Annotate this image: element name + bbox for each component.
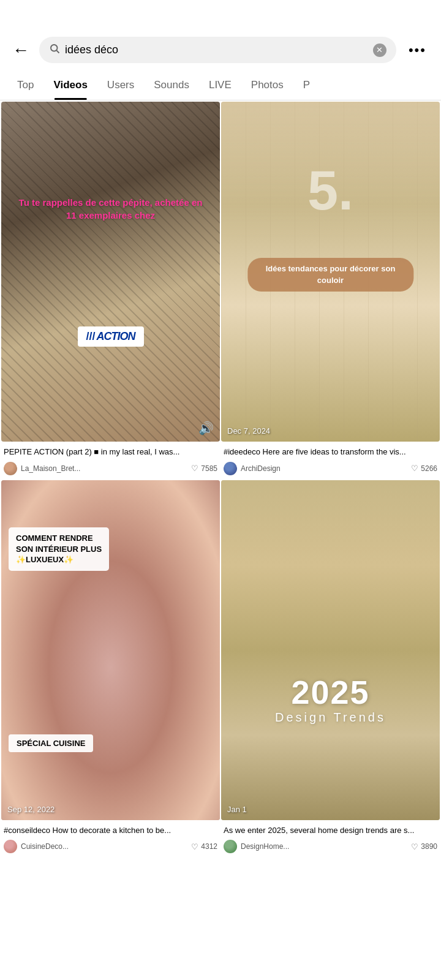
date-badge-4: Jan 1 <box>227 805 247 814</box>
avatar-1 <box>4 462 17 475</box>
white-box-text: COMMENT RENDRESON INTÉRIEUR PLUS✨LUXUEUX… <box>16 533 102 565</box>
search-bar[interactable]: idées déco ✕ <box>39 37 396 63</box>
design-trends-overlay: 2025 Design Trends <box>221 674 440 725</box>
video-title-1: PEPITE ACTION (part 2) ■ in my last real… <box>4 447 217 458</box>
video-grid: Tu te rappelles de cette pépite, achetée… <box>0 100 441 858</box>
heart-icon-3: ♡ <box>191 842 198 851</box>
top-bar: ← idées déco ✕ ••• <box>0 0 441 70</box>
avatar-4 <box>224 840 237 853</box>
heart-icon-4: ♡ <box>411 842 418 851</box>
like-count-1: ♡ 7585 <box>191 464 217 473</box>
search-icon <box>49 43 60 57</box>
svg-line-1 <box>56 50 59 53</box>
tab-videos[interactable]: Videos <box>43 70 97 100</box>
author-name-1: La_Maison_Bret... <box>21 464 187 473</box>
like-count-2: ♡ 5266 <box>411 464 437 473</box>
white-box-overlay: COMMENT RENDRESON INTÉRIEUR PLUS✨LUXUEUX… <box>9 527 109 571</box>
video-info-2: #ideedeco Here are five ideas to transfo… <box>221 442 440 478</box>
video-info-3: #conseildeco How to decorate a kitchen t… <box>1 820 220 857</box>
avatar-3 <box>4 840 17 853</box>
likes-number-4: 3890 <box>421 842 437 851</box>
heart-icon-2: ♡ <box>411 464 418 473</box>
author-name-2: ArchiDesign <box>241 464 407 473</box>
likes-number-1: 7585 <box>201 464 217 473</box>
video-meta-4: DesignHome... ♡ 3890 <box>224 840 437 853</box>
video-meta-2: ArchiDesign ♡ 5266 <box>224 462 437 475</box>
video-card-3[interactable]: COMMENT RENDRESON INTÉRIEUR PLUS✨LUXUEUX… <box>1 480 220 858</box>
like-count-3: ♡ 4312 <box>191 842 217 851</box>
video-thumbnail-2: 5. Idées tendances pour décorer son coul… <box>221 102 440 442</box>
action-logo: ///ACTION <box>77 326 143 347</box>
author-name-4: DesignHome... <box>241 842 407 851</box>
video-thumbnail-1: Tu te rappelles de cette pépite, achetée… <box>1 102 220 442</box>
svg-point-0 <box>51 45 58 51</box>
video-card-1[interactable]: Tu te rappelles de cette pépite, achetée… <box>1 102 220 479</box>
like-count-4: ♡ 3890 <box>411 842 437 851</box>
clear-button[interactable]: ✕ <box>373 43 386 57</box>
avatar-2 <box>224 462 237 475</box>
search-query[interactable]: idées déco <box>65 43 368 56</box>
more-options-button[interactable]: ••• <box>404 40 431 61</box>
tab-bar: Top Videos Users Sounds LIVE Photos P <box>0 70 441 100</box>
tab-live[interactable]: LIVE <box>199 70 241 100</box>
video-meta-3: CuisineDeco... ♡ 4312 <box>4 840 217 853</box>
video-card-4[interactable]: 2025 Design Trends Jan 1 As we enter 202… <box>221 480 440 858</box>
tab-sounds[interactable]: Sounds <box>144 70 199 100</box>
video-info-4: As we enter 2025, several home design tr… <box>221 820 440 857</box>
video-title-4: As we enter 2025, several home design tr… <box>224 825 437 836</box>
video-meta-1: La_Maison_Bret... ♡ 7585 <box>4 462 217 475</box>
likes-number-3: 4312 <box>201 842 217 851</box>
back-button[interactable]: ← <box>10 38 32 62</box>
video-title-2: #ideedeco Here are five ideas to transfo… <box>224 447 437 458</box>
date-badge-3: Sep 12, 2022 <box>7 805 55 814</box>
video-thumbnail-4: 2025 Design Trends Jan 1 <box>221 480 440 820</box>
pill-overlay: Idées tendances pour décorer son couloir <box>247 258 413 291</box>
author-name-3: CuisineDeco... <box>21 842 187 851</box>
number-overlay: 5. <box>221 163 440 218</box>
video-thumbnail-3: COMMENT RENDRESON INTÉRIEUR PLUS✨LUXUEUX… <box>1 480 220 820</box>
tab-users[interactable]: Users <box>97 70 144 100</box>
tab-top[interactable]: Top <box>7 70 43 100</box>
video-card-2[interactable]: 5. Idées tendances pour décorer son coul… <box>221 102 440 479</box>
likes-number-2: 5266 <box>421 464 437 473</box>
tab-more[interactable]: P <box>293 70 320 100</box>
special-text: SPÉCIAL CUISINE <box>17 739 85 748</box>
date-badge-2: Dec 7, 2024 <box>227 426 270 435</box>
sound-icon: 🔊 <box>198 421 214 435</box>
video-overlay-text-1: Tu te rappelles de cette pépite, achetée… <box>18 197 203 222</box>
video-title-3: #conseildeco How to decorate a kitchen t… <box>4 825 217 836</box>
video-info-1: PEPITE ACTION (part 2) ■ in my last real… <box>1 442 220 478</box>
special-overlay: SPÉCIAL CUISINE <box>9 734 93 752</box>
tab-photos[interactable]: Photos <box>241 70 293 100</box>
heart-icon-1: ♡ <box>191 464 198 473</box>
